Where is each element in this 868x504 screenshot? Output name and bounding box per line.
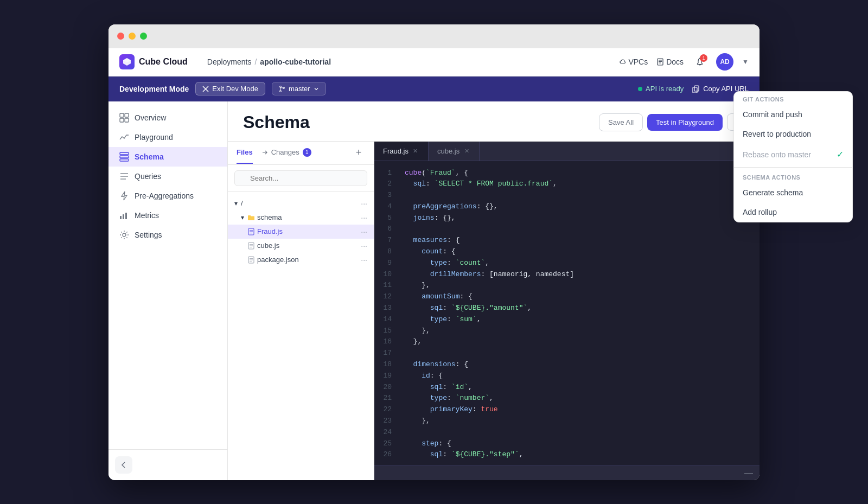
editor-tabs: Fraud.js ✕ cube.js ✕ [374,142,760,161]
sidebar-item-playground[interactable]: Playground [108,127,227,147]
revert-to-production-item[interactable]: Revert to production [734,124,760,144]
file-panel-tabs: Files Changes 1 + [228,142,374,165]
schema-section-label: SCHEMA ACTIONS [734,170,760,183]
sidebar-item-schema[interactable]: Schema [108,147,227,167]
sidebar-item-queries[interactable]: Queries [108,167,227,186]
save-all-button[interactable]: Save All [599,113,643,131]
minimize-dot[interactable] [129,33,136,40]
vpcs-link[interactable]: VPCs [618,58,648,66]
sidebar-item-overview[interactable]: Overview [108,108,227,127]
page-header-actions: Save All Test in Playground [599,113,744,140]
svg-rect-17 [120,156,129,158]
search-box: 🔍 [228,165,374,192]
svg-rect-14 [120,118,124,122]
sidebar-item-settings[interactable]: Settings [108,225,227,245]
breadcrumb-parent[interactable]: Deployments [207,58,252,66]
tree-item-root[interactable]: ▾ / ··· [228,196,374,210]
schema-folder-options-icon[interactable]: ··· [361,213,367,222]
svg-rect-18 [120,159,129,161]
svg-rect-11 [693,87,697,93]
fraud-file-icon [247,228,255,235]
package-file-icon [247,256,255,264]
close-dot[interactable] [117,33,124,40]
sidebar-label-metrics: Metrics [135,211,159,220]
maximize-dot[interactable] [140,33,147,40]
editor-body: 1234567891011121314151617181920212223242… [374,161,760,465]
changes-tab[interactable]: Changes 1 [261,142,311,164]
dev-mode-label: Development Mode [119,85,189,93]
svg-rect-23 [123,214,124,219]
fraud-file-options-icon[interactable]: ··· [361,227,367,236]
collapse-sidebar-button[interactable] [115,456,132,474]
sidebar-nav: Overview Playground Schema [108,101,227,449]
queries-icon [119,171,129,181]
svg-point-7 [279,90,281,92]
editor-tab-cube[interactable]: cube.js ✕ [429,142,480,161]
schema-icon [119,152,129,162]
sidebar-label-overview: Overview [135,113,166,122]
exit-dev-mode-button[interactable]: Exit Dev Mode [195,82,265,95]
page-content: Schema Save All Test in Playground GIT [228,101,760,480]
grid-icon [119,113,129,123]
notification-badge: 1 [700,54,707,62]
root-options-icon[interactable]: ··· [361,199,367,208]
line-numbers: 1234567891011121314151617181920212223242… [374,161,396,465]
svg-rect-10 [694,86,699,91]
tree-item-schema[interactable]: ▾ schema ··· [228,210,374,225]
svg-rect-15 [125,118,129,122]
notification-button[interactable]: 1 [692,54,707,69]
add-rollup-item[interactable]: Add rollup [734,202,760,222]
commit-and-push-item[interactable]: Commit and push [734,105,760,124]
dev-mode-bar: Development Mode Exit Dev Mode master [108,76,760,101]
editor-tab-fraud[interactable]: Fraud.js ✕ [374,142,429,161]
cube-file-options-icon[interactable]: ··· [361,241,367,250]
sidebar-label-settings: Settings [135,231,162,239]
top-nav: Cube Cloud Deployments / apollo-cube-tut… [108,48,760,76]
svg-point-26 [123,233,126,237]
files-tab[interactable]: Files [237,142,253,164]
add-file-button[interactable]: + [352,146,365,160]
tree-item-package[interactable]: package.json ··· [228,253,374,267]
svg-rect-16 [120,152,129,155]
api-status: API is ready [638,85,684,93]
dev-bar-right: API is ready Copy API URL [638,85,749,93]
x-icon [202,86,209,92]
close-fraud-tab[interactable]: ✕ [412,147,419,155]
sidebar-label-preaggregations: Pre-Aggregations [135,192,194,200]
test-in-playground-button[interactable]: Test in Playground [647,114,723,131]
branch-button[interactable]: master [272,82,326,95]
chevron-down-icon [314,86,319,92]
avatar[interactable]: AD [716,53,733,71]
tree-item-fraud[interactable]: Fraud.js ··· [228,225,374,239]
sidebar-label-schema: Schema [135,152,164,161]
sidebar-item-metrics[interactable]: Metrics [108,206,227,225]
file-panel: Files Changes 1 + 🔍 [228,142,374,480]
chevron-left-icon [120,461,127,469]
breadcrumb-current[interactable]: apollo-cube-tutorial [260,58,331,66]
settings-icon [119,230,129,240]
package-file-options-icon[interactable]: ··· [361,256,367,264]
content-area: Files Changes 1 + 🔍 [228,142,760,480]
logo-text: Cube Cloud [139,57,188,67]
cube-file-icon [247,242,255,250]
svg-rect-24 [125,213,127,219]
logo[interactable]: Cube Cloud [119,54,188,69]
logo-icon [119,54,135,69]
file-search-input[interactable] [234,170,367,186]
file-tree: ▾ / ··· ▾ schema ··· [228,192,374,480]
docs-icon [656,58,664,66]
account-dropdown-icon[interactable]: ▼ [742,58,749,66]
svg-point-6 [279,86,281,87]
bolt-icon [119,191,129,201]
tree-item-cube[interactable]: cube.js ··· [228,239,374,253]
sidebar-item-preaggregations[interactable]: Pre-Aggregations [108,186,227,206]
close-cube-tab[interactable]: ✕ [463,147,470,155]
docs-link[interactable]: Docs [656,58,684,66]
code-editor[interactable]: cube(`Fraud`, { sql: `SELECT * FROM publ… [396,161,760,465]
schema-folder-expand-icon: ▾ [241,214,244,221]
minimize-editor-icon[interactable]: — [744,468,753,478]
page-header: Schema Save All Test in Playground [228,101,760,142]
svg-rect-22 [120,216,122,219]
changes-icon [261,149,268,156]
generate-schema-item[interactable]: Generate schema [734,183,760,202]
